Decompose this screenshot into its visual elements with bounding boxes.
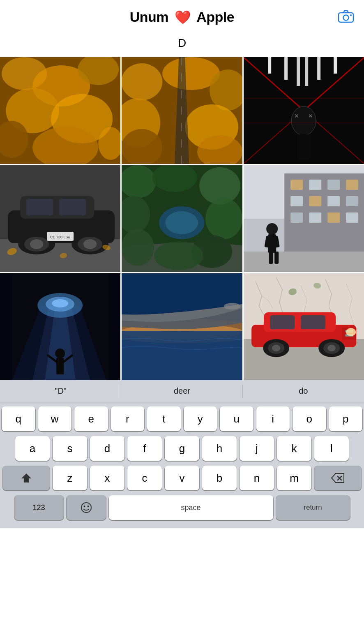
svg-rect-118 bbox=[270, 315, 295, 329]
photo-7[interactable] bbox=[0, 273, 120, 380]
svg-rect-78 bbox=[309, 196, 321, 206]
key-t[interactable]: t bbox=[147, 406, 181, 431]
key-v[interactable]: v bbox=[165, 466, 199, 490]
autocorrect-item-1[interactable]: "D" bbox=[0, 380, 121, 402]
svg-point-50 bbox=[30, 239, 43, 249]
keyboard-row-2: a s d f g h j k l bbox=[2, 436, 362, 461]
autocorrect-item-2[interactable]: deer bbox=[121, 380, 242, 402]
svg-point-13 bbox=[122, 63, 162, 100]
key-q[interactable]: q bbox=[2, 406, 35, 431]
key-y[interactable]: y bbox=[184, 406, 217, 431]
svg-text:CE 780 LS6: CE 780 LS6 bbox=[50, 235, 70, 239]
photo-grid: ✕ ✕ bbox=[0, 57, 364, 380]
svg-rect-81 bbox=[290, 212, 303, 223]
svg-rect-31 bbox=[317, 57, 320, 80]
key-w[interactable]: w bbox=[38, 406, 72, 431]
title-apple: Apple bbox=[196, 9, 234, 25]
search-input[interactable] bbox=[14, 37, 350, 50]
key-x[interactable]: x bbox=[90, 466, 124, 490]
key-r[interactable]: r bbox=[111, 406, 145, 431]
emoji-icon bbox=[80, 501, 92, 514]
key-n[interactable]: n bbox=[240, 466, 274, 490]
svg-point-99 bbox=[55, 349, 65, 358]
svg-rect-36 bbox=[297, 134, 311, 159]
key-m[interactable]: m bbox=[277, 466, 311, 490]
key-o[interactable]: o bbox=[293, 406, 326, 431]
shift-key[interactable] bbox=[3, 466, 50, 490]
svg-point-126 bbox=[272, 345, 280, 351]
svg-point-135 bbox=[87, 506, 89, 507]
photo-5[interactable] bbox=[122, 165, 242, 272]
svg-rect-90 bbox=[269, 252, 273, 264]
svg-text:✕: ✕ bbox=[308, 113, 313, 119]
svg-point-53 bbox=[83, 239, 97, 249]
svg-rect-80 bbox=[346, 196, 358, 206]
svg-point-86 bbox=[266, 223, 278, 235]
svg-point-2 bbox=[350, 14, 352, 16]
svg-rect-100 bbox=[56, 358, 64, 374]
photo-1[interactable] bbox=[0, 57, 120, 164]
svg-point-129 bbox=[327, 345, 336, 351]
svg-rect-75 bbox=[327, 180, 340, 190]
svg-rect-32 bbox=[334, 57, 337, 74]
photo-4[interactable]: CE 780 LS6 bbox=[0, 165, 120, 272]
autocorrect-item-3[interactable]: do bbox=[243, 380, 364, 402]
key-z[interactable]: z bbox=[53, 466, 87, 490]
svg-point-69 bbox=[154, 241, 203, 270]
svg-rect-119 bbox=[301, 315, 325, 329]
key-c[interactable]: c bbox=[127, 466, 162, 490]
svg-rect-84 bbox=[346, 212, 358, 223]
key-123-label: 123 bbox=[32, 503, 45, 512]
title-unum: Unum bbox=[130, 9, 168, 25]
emoji-key[interactable] bbox=[67, 495, 106, 520]
key-123[interactable]: 123 bbox=[14, 495, 64, 520]
key-u[interactable]: u bbox=[220, 406, 253, 431]
svg-rect-83 bbox=[327, 212, 340, 223]
key-e[interactable]: e bbox=[74, 406, 108, 431]
svg-point-134 bbox=[83, 506, 85, 507]
key-h[interactable]: h bbox=[202, 436, 237, 461]
return-key[interactable]: return bbox=[276, 495, 350, 520]
svg-rect-79 bbox=[327, 196, 340, 206]
key-b[interactable]: b bbox=[202, 466, 237, 490]
svg-rect-73 bbox=[290, 180, 303, 190]
photo-6[interactable] bbox=[244, 165, 364, 272]
svg-point-123 bbox=[346, 328, 356, 336]
svg-rect-44 bbox=[59, 199, 86, 215]
svg-rect-103 bbox=[0, 273, 12, 380]
delete-icon bbox=[331, 473, 345, 483]
svg-rect-29 bbox=[297, 57, 300, 86]
space-label: space bbox=[181, 503, 200, 512]
svg-point-133 bbox=[81, 503, 91, 512]
svg-point-66 bbox=[165, 211, 198, 234]
shift-icon bbox=[21, 473, 32, 483]
keyboard-row-4: 123 space return bbox=[2, 495, 362, 520]
key-a[interactable]: a bbox=[15, 436, 50, 461]
svg-point-64 bbox=[205, 198, 242, 239]
key-i[interactable]: i bbox=[256, 406, 290, 431]
header-title: Unum ❤️ Apple bbox=[130, 9, 234, 25]
key-k[interactable]: k bbox=[277, 436, 311, 461]
space-key[interactable]: space bbox=[109, 495, 273, 520]
svg-point-110 bbox=[224, 303, 240, 309]
svg-rect-27 bbox=[268, 57, 271, 74]
key-j[interactable]: j bbox=[240, 436, 274, 461]
camera-button[interactable] bbox=[337, 7, 355, 25]
photo-3[interactable]: ✕ ✕ bbox=[244, 57, 364, 164]
camera-icon bbox=[338, 10, 354, 23]
key-l[interactable]: l bbox=[314, 436, 349, 461]
delete-key[interactable] bbox=[314, 466, 361, 490]
photo-2[interactable] bbox=[122, 57, 242, 164]
key-g[interactable]: g bbox=[165, 436, 199, 461]
search-input-wrap bbox=[14, 37, 350, 50]
keyboard-row-1: q w e r t y u i o p bbox=[2, 406, 362, 431]
key-p[interactable]: p bbox=[329, 406, 363, 431]
key-s[interactable]: s bbox=[53, 436, 87, 461]
key-f[interactable]: f bbox=[127, 436, 162, 461]
autocorrect-bar: "D" deer do bbox=[0, 380, 364, 402]
key-d[interactable]: d bbox=[90, 436, 124, 461]
svg-point-1 bbox=[343, 15, 349, 20]
photo-9[interactable] bbox=[244, 273, 364, 380]
photo-8[interactable] bbox=[122, 273, 242, 380]
svg-point-67 bbox=[122, 229, 154, 266]
